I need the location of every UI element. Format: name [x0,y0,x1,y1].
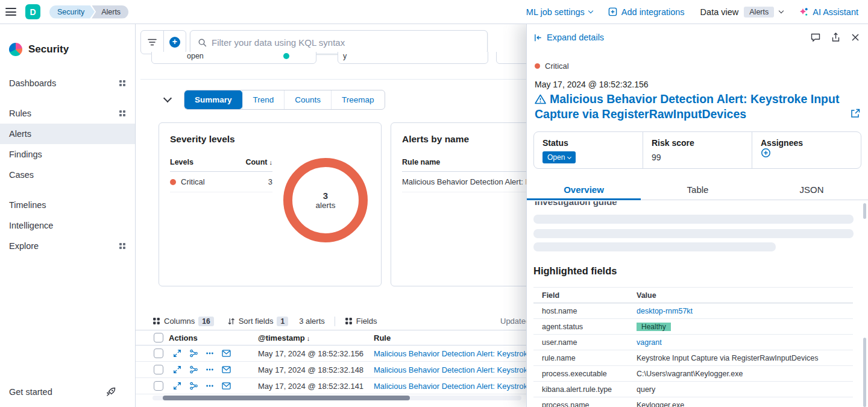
rule-column-header[interactable]: Rule [374,333,391,342]
envelope-icon[interactable] [222,382,231,390]
row-checkbox[interactable] [154,349,163,358]
ai-assistant-button[interactable]: AI Assistant [799,7,858,17]
sort-fields-button[interactable]: Sort fields 1 [227,317,289,326]
filter-lines-icon [148,39,157,46]
collapse-charts-icon[interactable] [163,94,172,103]
status-filter-label: open [187,52,204,60]
columns-button[interactable]: Columns 16 [153,317,214,326]
expand-alert-icon[interactable] [173,382,181,390]
sidebar-item-rules[interactable]: Rules [0,103,135,124]
envelope-icon[interactable] [222,366,231,374]
breadcrumb-security[interactable]: Security [49,5,95,19]
get-started-link[interactable]: Get started [0,382,136,402]
select-all-checkbox[interactable] [154,333,163,342]
kql-search-bar [190,30,488,54]
flyout-scrollbar-thumb[interactable] [863,203,866,219]
tab-trend[interactable]: Trend [242,90,285,109]
integrations-icon [608,7,617,16]
envelope-icon[interactable] [222,350,231,358]
menu-icon[interactable] [5,8,16,16]
sort-desc-icon: ↓ [307,335,310,342]
close-icon[interactable] [851,33,860,42]
alert-timestamp: May 17, 2024 @ 18:52:32.148 [258,365,363,374]
status-label: Status [542,138,634,148]
alerts-count-label: 3 alerts [299,317,325,326]
highlighted-fields-header: Field Value [533,287,853,303]
tab-treemap[interactable]: Treemap [331,90,385,109]
severity-table: Levels Count↓ Critical 3 [170,158,272,192]
data-view-selector[interactable]: Data view Alerts [700,7,784,17]
sidebar-item-explore[interactable]: Explore [0,236,135,256]
field-row: host.name desktop-rnm57kt [533,303,853,319]
host-name-link[interactable]: desktop-rnm57kt [637,307,693,315]
status-count-badge [283,53,289,59]
plus-circle-icon: + [169,37,180,48]
tab-table[interactable]: Table [641,180,755,200]
add-assignee-icon[interactable] [761,148,852,158]
field-row: rule.name Keystroke Input Capture via Re… [533,350,853,366]
grid-icon [119,80,126,87]
more-actions-icon[interactable] [206,382,214,390]
levels-column-header: Levels [170,158,193,166]
sidebar-item-findings[interactable]: Findings [0,144,135,165]
flyout-scrollbar-thumb[interactable] [863,338,866,407]
investigation-guide-title: Investigation guide [535,201,715,207]
severity-filter-dropdown[interactable]: y [338,52,488,64]
elastic-logo[interactable]: D [25,4,40,19]
user-name-link[interactable]: vagrant [637,338,662,347]
toolbar-divider [335,317,335,326]
expand-alert-icon[interactable] [173,349,181,358]
breadcrumb-alerts[interactable]: Alerts [92,5,128,19]
count-column-header[interactable]: Count↓ [245,158,272,166]
field-row: process.executable C:\Users\vagrant\Keyl… [533,366,853,382]
sidebar-item-timelines[interactable]: Timelines [0,195,135,215]
sidebar-item-intelligence[interactable]: Intelligence [0,215,135,236]
topbar-actions: ML job settings Add integrations Data vi… [526,7,858,17]
analyzer-graph-icon[interactable] [189,365,198,374]
saved-query-filter-button[interactable] [141,31,164,54]
row-checkbox[interactable] [154,381,163,391]
sidebar-item-dashboards[interactable]: Dashboards [0,73,135,93]
flyout-tab-bar: Overview Table JSON [527,180,868,200]
tab-overview[interactable]: Overview [527,180,641,200]
panel-title: Severity levels [170,134,370,145]
kql-search-input[interactable] [212,37,480,48]
field-row: user.name vagrant [533,335,853,350]
add-integrations-button[interactable]: Add integrations [608,7,685,17]
more-actions-icon[interactable] [206,365,214,374]
comment-icon[interactable] [811,33,820,42]
fields-button[interactable]: Fields [345,317,377,326]
external-link-icon[interactable] [851,109,860,118]
timestamp-column-header[interactable]: @timestamp↓ [258,333,310,342]
tab-summary[interactable]: Summary [184,90,242,109]
alert-timestamp: May 17, 2024 @ 18:52:32.156 [535,80,649,89]
filter-button-group: + [140,30,186,54]
analyzer-graph-icon[interactable] [189,382,198,390]
analyzer-graph-icon[interactable] [189,349,198,358]
donut-label: alerts [315,201,335,210]
horizontal-scrollbar-thumb[interactable] [163,396,410,400]
expand-details-button[interactable]: Expand details [533,33,604,42]
ml-job-settings-button[interactable]: ML job settings [526,7,593,17]
status-open-dropdown[interactable]: Open [542,151,576,163]
ai-assistant-icon [799,7,808,17]
field-row: process.name Keylogger.exe [533,397,853,407]
more-actions-icon[interactable] [206,349,214,358]
tab-counts[interactable]: Counts [284,90,331,109]
status-filter-dropdown[interactable]: open [151,52,316,64]
breadcrumb: Security Alerts [49,5,128,19]
alert-timestamp: May 17, 2024 @ 18:52:32.156 [258,349,363,358]
highlighted-fields-title: Highlighted fields [533,265,617,277]
loading-skeleton-bar [533,229,854,238]
add-filter-button[interactable]: + [164,31,186,54]
fields-icon [345,317,353,325]
sidebar-item-cases[interactable]: Cases [0,165,135,185]
expand-alert-icon[interactable] [173,365,181,374]
alert-details-flyout: Expand details Critical May 17, 2024 @ 1… [526,24,868,407]
tab-json[interactable]: JSON [755,180,868,200]
sidebar-item-alerts[interactable]: Alerts [0,124,135,144]
severity-indicator: Critical [535,62,569,71]
alert-title-link[interactable]: Malicious Behavior Detection Alert: Keys… [535,92,846,122]
share-icon[interactable] [831,33,840,42]
row-checkbox[interactable] [154,365,163,374]
